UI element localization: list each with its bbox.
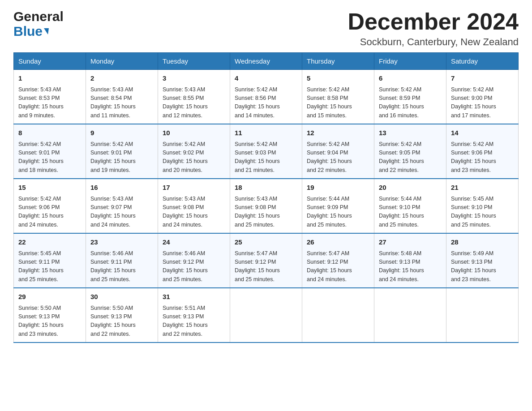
day-number: 13	[379, 128, 442, 138]
day-info: Sunrise: 5:43 AM Sunset: 9:08 PM Dayligh…	[235, 195, 297, 230]
calendar-week-3: 15 Sunrise: 5:42 AM Sunset: 9:06 PM Dayl…	[14, 179, 519, 233]
calendar-cell: 24 Sunrise: 5:46 AM Sunset: 9:12 PM Dayl…	[158, 233, 230, 288]
day-number: 17	[163, 183, 225, 193]
day-info: Sunrise: 5:47 AM Sunset: 9:12 PM Dayligh…	[307, 249, 369, 284]
day-number: 5	[307, 73, 369, 84]
weekday-header-friday: Friday	[374, 53, 446, 70]
day-info: Sunrise: 5:51 AM Sunset: 9:13 PM Dayligh…	[163, 304, 225, 339]
day-info: Sunrise: 5:43 AM Sunset: 9:07 PM Dayligh…	[90, 195, 153, 230]
title-block: December 2024 Sockburn, Canterbury, New …	[348, 9, 519, 48]
calendar-cell: 12 Sunrise: 5:42 AM Sunset: 9:04 PM Dayl…	[302, 124, 374, 179]
calendar-cell: 28 Sunrise: 5:49 AM Sunset: 9:13 PM Dayl…	[446, 233, 519, 288]
weekday-header-monday: Monday	[86, 53, 158, 70]
calendar-cell	[446, 288, 519, 342]
day-number: 20	[379, 183, 442, 193]
logo: General Blue	[13, 9, 64, 39]
day-info: Sunrise: 5:46 AM Sunset: 9:12 PM Dayligh…	[163, 249, 225, 284]
calendar-week-1: 1 Sunrise: 5:43 AM Sunset: 8:53 PM Dayli…	[14, 70, 519, 124]
calendar-cell: 5 Sunrise: 5:42 AM Sunset: 8:58 PM Dayli…	[302, 70, 374, 124]
day-number: 26	[307, 237, 369, 248]
calendar-cell: 31 Sunrise: 5:51 AM Sunset: 9:13 PM Dayl…	[158, 288, 230, 342]
calendar-cell: 8 Sunrise: 5:42 AM Sunset: 9:01 PM Dayli…	[14, 124, 86, 179]
day-info: Sunrise: 5:46 AM Sunset: 9:11 PM Dayligh…	[90, 249, 153, 284]
calendar-cell: 13 Sunrise: 5:42 AM Sunset: 9:05 PM Dayl…	[374, 124, 446, 179]
day-info: Sunrise: 5:43 AM Sunset: 8:53 PM Dayligh…	[18, 86, 81, 120]
calendar-cell: 25 Sunrise: 5:47 AM Sunset: 9:12 PM Dayl…	[230, 233, 302, 288]
day-info: Sunrise: 5:42 AM Sunset: 9:01 PM Dayligh…	[90, 140, 153, 175]
day-number: 23	[90, 237, 153, 248]
calendar-cell: 18 Sunrise: 5:43 AM Sunset: 9:08 PM Dayl…	[230, 179, 302, 233]
month-title: December 2024	[348, 9, 519, 34]
day-number: 16	[90, 183, 153, 193]
calendar-cell: 22 Sunrise: 5:45 AM Sunset: 9:11 PM Dayl…	[14, 233, 86, 288]
day-info: Sunrise: 5:42 AM Sunset: 9:03 PM Dayligh…	[235, 140, 297, 175]
calendar-week-4: 22 Sunrise: 5:45 AM Sunset: 9:11 PM Dayl…	[14, 233, 519, 288]
calendar-week-2: 8 Sunrise: 5:42 AM Sunset: 9:01 PM Dayli…	[14, 124, 519, 179]
day-info: Sunrise: 5:50 AM Sunset: 9:13 PM Dayligh…	[18, 304, 81, 339]
logo-blue-text: Blue	[13, 24, 64, 39]
calendar-cell: 7 Sunrise: 5:42 AM Sunset: 9:00 PM Dayli…	[446, 70, 519, 124]
calendar-week-5: 29 Sunrise: 5:50 AM Sunset: 9:13 PM Dayl…	[14, 288, 519, 342]
calendar-cell: 15 Sunrise: 5:42 AM Sunset: 9:06 PM Dayl…	[14, 179, 86, 233]
day-number: 30	[90, 292, 153, 302]
day-info: Sunrise: 5:42 AM Sunset: 9:02 PM Dayligh…	[163, 140, 225, 175]
calendar-cell: 4 Sunrise: 5:42 AM Sunset: 8:56 PM Dayli…	[230, 70, 302, 124]
day-number: 19	[307, 183, 369, 193]
location-title: Sockburn, Canterbury, New Zealand	[348, 36, 519, 48]
calendar-cell: 11 Sunrise: 5:42 AM Sunset: 9:03 PM Dayl…	[230, 124, 302, 179]
day-number: 4	[235, 73, 297, 84]
day-info: Sunrise: 5:42 AM Sunset: 8:59 PM Dayligh…	[379, 86, 442, 120]
day-number: 3	[163, 73, 225, 84]
calendar-cell: 3 Sunrise: 5:43 AM Sunset: 8:55 PM Dayli…	[158, 70, 230, 124]
day-number: 31	[163, 292, 225, 302]
calendar-cell	[230, 288, 302, 342]
calendar-cell: 6 Sunrise: 5:42 AM Sunset: 8:59 PM Dayli…	[374, 70, 446, 124]
day-number: 12	[307, 128, 369, 138]
day-number: 25	[235, 237, 297, 248]
weekday-header-wednesday: Wednesday	[230, 53, 302, 70]
day-info: Sunrise: 5:45 AM Sunset: 9:11 PM Dayligh…	[18, 249, 81, 284]
day-info: Sunrise: 5:45 AM Sunset: 9:10 PM Dayligh…	[451, 195, 514, 230]
day-number: 14	[451, 128, 514, 138]
calendar-cell: 26 Sunrise: 5:47 AM Sunset: 9:12 PM Dayl…	[302, 233, 374, 288]
day-info: Sunrise: 5:43 AM Sunset: 8:55 PM Dayligh…	[163, 86, 225, 120]
calendar-cell: 23 Sunrise: 5:46 AM Sunset: 9:11 PM Dayl…	[86, 233, 158, 288]
calendar-header-row: SundayMondayTuesdayWednesdayThursdayFrid…	[14, 53, 519, 70]
day-info: Sunrise: 5:49 AM Sunset: 9:13 PM Dayligh…	[451, 249, 514, 284]
day-info: Sunrise: 5:50 AM Sunset: 9:13 PM Dayligh…	[90, 304, 153, 339]
day-number: 15	[18, 183, 81, 193]
day-info: Sunrise: 5:42 AM Sunset: 8:56 PM Dayligh…	[235, 86, 297, 120]
day-info: Sunrise: 5:42 AM Sunset: 9:01 PM Dayligh…	[18, 140, 81, 175]
page-header: General Blue December 2024 Sockburn, Can…	[13, 9, 519, 48]
day-number: 7	[451, 73, 514, 84]
calendar-cell: 1 Sunrise: 5:43 AM Sunset: 8:53 PM Dayli…	[14, 70, 86, 124]
calendar-cell: 10 Sunrise: 5:42 AM Sunset: 9:02 PM Dayl…	[158, 124, 230, 179]
weekday-header-sunday: Sunday	[14, 53, 86, 70]
day-number: 2	[90, 73, 153, 84]
day-info: Sunrise: 5:47 AM Sunset: 9:12 PM Dayligh…	[235, 249, 297, 284]
day-number: 28	[451, 237, 514, 248]
day-info: Sunrise: 5:42 AM Sunset: 8:58 PM Dayligh…	[307, 86, 369, 120]
day-number: 21	[451, 183, 514, 193]
calendar-cell: 17 Sunrise: 5:43 AM Sunset: 9:08 PM Dayl…	[158, 179, 230, 233]
calendar-cell: 29 Sunrise: 5:50 AM Sunset: 9:13 PM Dayl…	[14, 288, 86, 342]
day-number: 6	[379, 73, 442, 84]
day-info: Sunrise: 5:42 AM Sunset: 9:00 PM Dayligh…	[451, 86, 514, 120]
day-info: Sunrise: 5:48 AM Sunset: 9:13 PM Dayligh…	[379, 249, 442, 284]
day-number: 11	[235, 128, 297, 138]
calendar-cell: 21 Sunrise: 5:45 AM Sunset: 9:10 PM Dayl…	[446, 179, 519, 233]
day-number: 24	[163, 237, 225, 248]
day-info: Sunrise: 5:43 AM Sunset: 8:54 PM Dayligh…	[90, 86, 153, 120]
day-info: Sunrise: 5:44 AM Sunset: 9:09 PM Dayligh…	[307, 195, 369, 230]
calendar-cell: 20 Sunrise: 5:44 AM Sunset: 9:10 PM Dayl…	[374, 179, 446, 233]
calendar-cell: 19 Sunrise: 5:44 AM Sunset: 9:09 PM Dayl…	[302, 179, 374, 233]
day-info: Sunrise: 5:42 AM Sunset: 9:05 PM Dayligh…	[379, 140, 442, 175]
day-number: 27	[379, 237, 442, 248]
weekday-header-tuesday: Tuesday	[158, 53, 230, 70]
calendar-cell: 27 Sunrise: 5:48 AM Sunset: 9:13 PM Dayl…	[374, 233, 446, 288]
logo-triangle-icon	[44, 28, 49, 34]
day-number: 29	[18, 292, 81, 302]
day-number: 22	[18, 237, 81, 248]
day-info: Sunrise: 5:43 AM Sunset: 9:08 PM Dayligh…	[163, 195, 225, 230]
day-info: Sunrise: 5:42 AM Sunset: 9:06 PM Dayligh…	[451, 140, 514, 175]
